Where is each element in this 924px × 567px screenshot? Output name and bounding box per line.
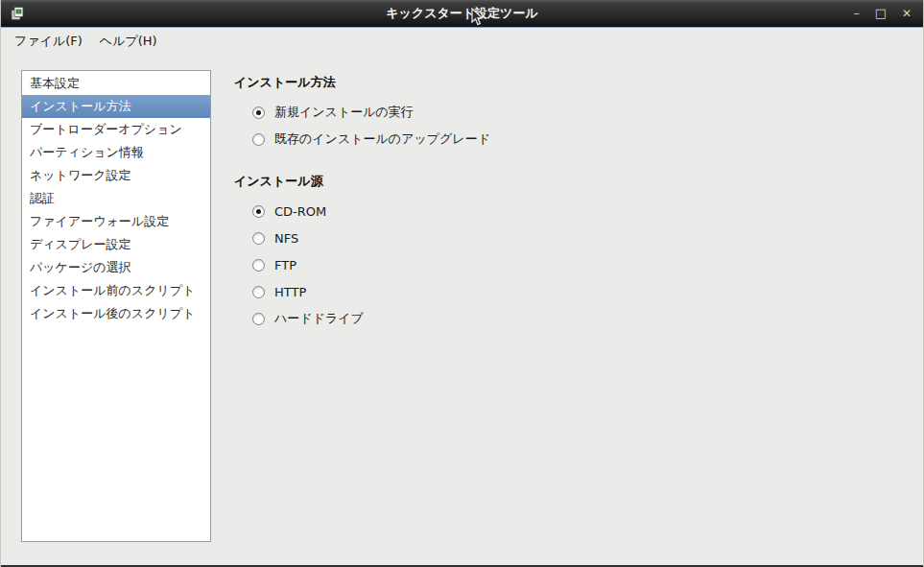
radio-button-icon[interactable] (252, 205, 265, 218)
section-heading-installation-source: インストール源 (234, 173, 900, 190)
sidebar-item-authentication[interactable]: 認証 (22, 187, 210, 210)
sidebar-item-basic-settings[interactable]: 基本設定 (22, 72, 210, 95)
radio-label: 既存のインストールのアップグレード (274, 130, 490, 148)
radio-label: NFS (274, 231, 298, 246)
sidebar-item-display-configuration[interactable]: ディスプレー設定 (22, 233, 210, 256)
window-title: キックスタート設定ツール (1, 0, 923, 27)
sidebar-item-installation-method[interactable]: インストール方法 (22, 95, 210, 118)
close-icon[interactable]: ✕ (902, 8, 912, 19)
radio-button-icon[interactable] (252, 232, 265, 245)
radio-label: CD-ROM (274, 204, 326, 219)
sidebar-item-post-installation-script[interactable]: インストール後のスクリプト (22, 302, 210, 325)
menubar: ファイル(F) ヘルプ(H) (2, 29, 922, 54)
menu-file[interactable]: ファイル(F) (6, 29, 91, 54)
sidebar-item-pre-installation-script[interactable]: インストール前のスクリプト (22, 279, 210, 302)
radio-nfs[interactable]: NFS (234, 224, 900, 251)
titlebar[interactable]: キックスタート設定ツール – □ ✕ (1, 0, 923, 28)
radio-label: 新規インストールの実行 (274, 104, 414, 121)
section-heading-installation-method: インストール方法 (234, 74, 900, 91)
sidebar-item-network-configuration[interactable]: ネットワーク設定 (22, 164, 210, 187)
maximize-icon[interactable]: □ (875, 8, 887, 19)
radio-http[interactable]: HTTP (234, 278, 900, 305)
sidebar-item-package-selection[interactable]: パッケージの選択 (22, 256, 210, 279)
radio-label: FTP (274, 258, 296, 272)
radio-button-icon[interactable] (252, 286, 265, 298)
radio-hard-drive[interactable]: ハードドライブ (234, 305, 900, 332)
sidebar-item-boot-loader-options[interactable]: ブートローダーオプション (22, 118, 210, 141)
radio-button-icon[interactable] (252, 106, 265, 119)
radio-new-install[interactable]: 新規インストールの実行 (234, 99, 900, 126)
installation-method-section: インストール方法 新規インストールの実行 既存のインストールのアップグレード (234, 74, 900, 153)
sidebar-item-firewall-configuration[interactable]: ファイアーウォール設定 (22, 210, 210, 233)
installation-method-panel: インストール方法 新規インストールの実行 既存のインストールのアップグレード イ… (234, 67, 900, 332)
radio-label: HTTP (274, 285, 306, 299)
radio-cdrom[interactable]: CD-ROM (234, 198, 900, 224)
menu-help[interactable]: ヘルプ(H) (91, 29, 166, 54)
sidebar-item-partition-information[interactable]: パーティション情報 (22, 141, 210, 164)
radio-button-icon[interactable] (252, 133, 265, 146)
radio-ftp[interactable]: FTP (234, 251, 900, 278)
radio-button-icon[interactable] (252, 313, 265, 325)
category-list: 基本設定 インストール方法 ブートローダーオプション パーティション情報 ネット… (21, 70, 211, 542)
radio-upgrade-existing-install[interactable]: 既存のインストールのアップグレード (234, 126, 900, 153)
minimize-icon[interactable]: – (854, 8, 860, 19)
installation-source-section: インストール源 CD-ROM NFS FTP HTTP ハードドライブ (234, 173, 900, 332)
radio-button-icon[interactable] (252, 259, 265, 272)
radio-label: ハードドライブ (274, 310, 364, 327)
app-window: キックスタート設定ツール – □ ✕ ファイル(F) ヘルプ(H) 基本設定 イ… (0, 0, 924, 567)
